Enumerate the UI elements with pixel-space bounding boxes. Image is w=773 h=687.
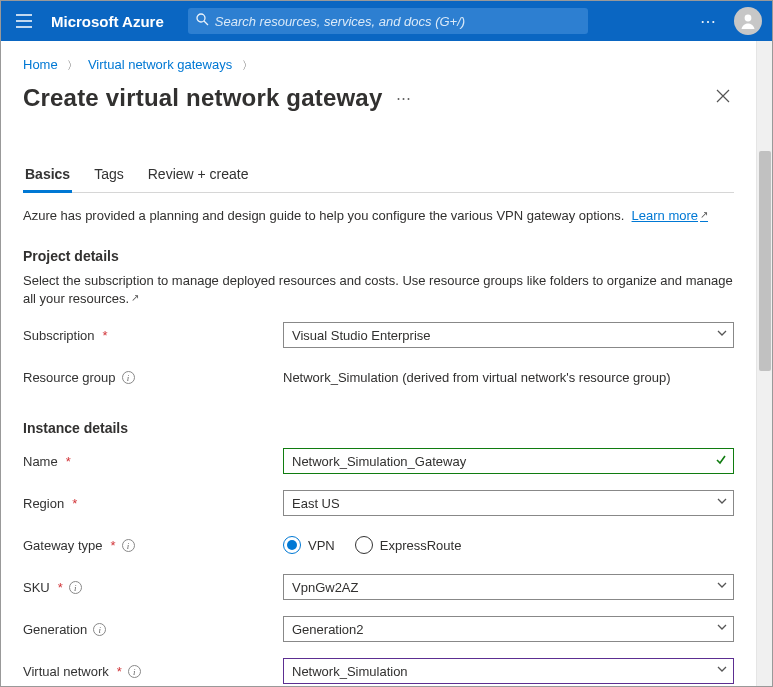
resource-group-value: Network_Simulation (derived from virtual…: [283, 364, 734, 385]
generation-label: Generation: [23, 622, 87, 637]
svg-point-2: [745, 15, 752, 22]
more-icon[interactable]: ⋯: [700, 12, 718, 31]
tab-tags[interactable]: Tags: [92, 160, 126, 192]
sku-select[interactable]: VpnGw2AZ: [283, 574, 734, 600]
close-icon[interactable]: [712, 83, 734, 112]
tabs: Basics Tags Review + create: [23, 160, 734, 193]
external-link-icon: ↗: [700, 209, 708, 220]
radio-selected-icon: [283, 536, 301, 554]
required-icon: *: [111, 538, 116, 553]
info-icon[interactable]: i: [69, 581, 82, 594]
vnet-label: Virtual network: [23, 664, 109, 679]
gateway-type-vpn-radio[interactable]: VPN: [283, 536, 335, 554]
project-details-desc: Select the subscription to manage deploy…: [23, 272, 734, 308]
scrollbar-thumb[interactable]: [759, 151, 771, 371]
gateway-type-label: Gateway type: [23, 538, 103, 553]
intro-text: Azure has provided a planning and design…: [23, 207, 734, 226]
tab-review-create[interactable]: Review + create: [146, 160, 251, 192]
menu-icon[interactable]: [11, 14, 37, 28]
required-icon: *: [72, 496, 77, 511]
top-header: Microsoft Azure ⋯: [1, 1, 772, 41]
name-input[interactable]: Network_Simulation_Gateway: [283, 448, 734, 474]
search-input[interactable]: [215, 14, 580, 29]
resource-group-label: Resource group: [23, 370, 116, 385]
region-label: Region: [23, 496, 64, 511]
region-select[interactable]: East US: [283, 490, 734, 516]
required-icon: *: [58, 580, 63, 595]
required-icon: *: [103, 328, 108, 343]
chevron-right-icon: 〉: [67, 59, 78, 71]
user-avatar[interactable]: [734, 7, 762, 35]
generation-select[interactable]: Generation2: [283, 616, 734, 642]
svg-point-0: [197, 14, 205, 22]
search-icon: [196, 13, 209, 29]
info-icon[interactable]: i: [122, 539, 135, 552]
subscription-select[interactable]: Visual Studio Enterprise: [283, 322, 734, 348]
info-icon[interactable]: i: [122, 371, 135, 384]
required-icon: *: [66, 454, 71, 469]
radio-unselected-icon: [355, 536, 373, 554]
instance-details-heading: Instance details: [23, 420, 734, 436]
chevron-right-icon: 〉: [242, 59, 253, 71]
required-icon: *: [117, 664, 122, 679]
tab-basics[interactable]: Basics: [23, 160, 72, 193]
global-search[interactable]: [188, 8, 588, 34]
project-details-heading: Project details: [23, 248, 734, 264]
svg-line-1: [204, 21, 208, 25]
subscription-label: Subscription: [23, 328, 95, 343]
learn-more-link[interactable]: Learn more↗: [632, 208, 708, 223]
title-more-icon[interactable]: ⋯: [396, 89, 412, 107]
breadcrumb-home[interactable]: Home: [23, 57, 58, 72]
brand-label[interactable]: Microsoft Azure: [51, 13, 164, 30]
page-title: Create virtual network gateway: [23, 84, 382, 112]
external-link-icon: ↗: [131, 292, 139, 303]
vertical-scrollbar[interactable]: [756, 41, 772, 686]
info-icon[interactable]: i: [93, 623, 106, 636]
name-label: Name: [23, 454, 58, 469]
vnet-select[interactable]: Network_Simulation: [283, 658, 734, 684]
breadcrumb: Home 〉 Virtual network gateways 〉: [23, 57, 734, 73]
info-icon[interactable]: i: [128, 665, 141, 678]
sku-label: SKU: [23, 580, 50, 595]
breadcrumb-vng[interactable]: Virtual network gateways: [88, 57, 232, 72]
gateway-type-expressroute-radio[interactable]: ExpressRoute: [355, 536, 462, 554]
